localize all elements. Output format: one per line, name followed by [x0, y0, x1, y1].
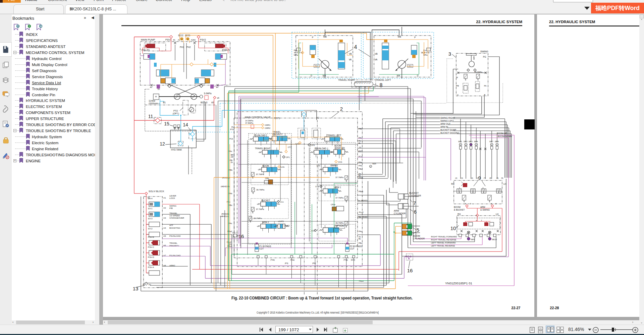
svg-text:+: +	[29, 24, 30, 28]
svg-text:✕: ✕	[17, 24, 19, 28]
